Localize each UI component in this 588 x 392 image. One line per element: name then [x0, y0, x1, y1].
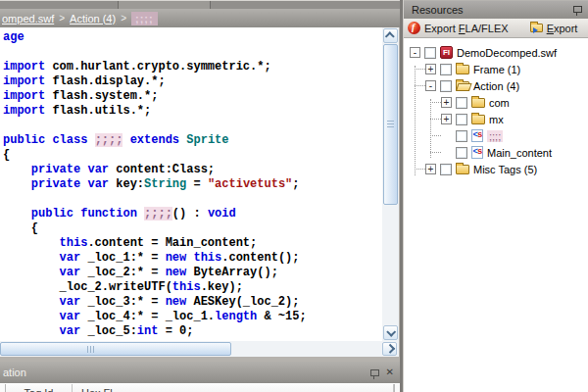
chevron-up-icon	[385, 31, 395, 41]
code-token: void	[208, 207, 236, 220]
close-icon[interactable]: ✕	[386, 368, 394, 377]
code-horizontal-scrollbar[interactable]	[0, 341, 399, 357]
scroll-up-button[interactable]	[383, 28, 398, 43]
tree-checkbox[interactable]	[440, 64, 452, 75]
tree-item-frame[interactable]: +Frame (1)	[404, 61, 588, 77]
code-token: var	[60, 310, 81, 323]
code-editor[interactable]: age import com.hurlant.crypto.symmetric.…	[0, 27, 382, 341]
tree-label[interactable]: ;;;;	[487, 130, 503, 142]
code-token: key:	[109, 177, 144, 191]
tree-label[interactable]: Misc Tags (5)	[473, 164, 537, 175]
tree-checkbox[interactable]	[456, 130, 467, 142]
code-token	[3, 177, 31, 191]
expand-icon[interactable]: +	[425, 164, 436, 174]
tab-strip	[0, 0, 400, 9]
code-line: private var content:Class;	[3, 163, 382, 177]
tree-checkbox[interactable]	[456, 114, 467, 125]
tree-item-com[interactable]: +com	[404, 94, 588, 111]
collapse-icon[interactable]: -	[410, 47, 420, 58]
tree-checkbox[interactable]	[440, 80, 452, 92]
code-token	[137, 207, 144, 220]
code-token: ByteArray();	[186, 266, 278, 279]
grid-column-header-tag-id[interactable]: Tag Id	[6, 384, 73, 392]
scroll-right-button[interactable]	[382, 342, 397, 356]
tree-item-demodecomped-swf[interactable]: -FlDemoDecomped.swf	[404, 44, 588, 61]
code-token: AESKey(_loc_2);	[186, 295, 299, 309]
grid-header-row: Tag Id Hex Fl	[5, 384, 395, 392]
code-token: int	[137, 324, 159, 338]
tree-item-obfuscated-class[interactable]: <s;;;;	[404, 127, 588, 144]
code-line: var _loc_4:* = _loc_1.length & ~15;	[3, 310, 382, 324]
tree-item-misc-tags[interactable]: +Misc Tags (5)	[404, 161, 588, 177]
code-token: {	[3, 221, 38, 235]
expand-icon[interactable]: +	[441, 97, 452, 108]
code-token: public	[3, 133, 45, 147]
code-line: this.content = Main_content;	[3, 236, 382, 251]
code-token: var	[87, 177, 109, 191]
tree-label[interactable]: Action (4)	[473, 80, 519, 92]
tree-label[interactable]: DemoDecomped.swf	[457, 47, 557, 59]
scroll-down-button[interactable]	[383, 325, 398, 340]
tree-item-action[interactable]: -Action (4)	[404, 77, 588, 94]
code-token: Sprite	[186, 133, 228, 147]
tree-guide-line	[430, 99, 431, 158]
code-token: _loc_4:* = _loc_1.	[80, 310, 215, 323]
tree-checkbox[interactable]	[440, 164, 452, 175]
tree-item-mx[interactable]: +mx	[404, 111, 588, 127]
code-token: var	[60, 266, 81, 279]
grid-column-header-hex[interactable]: Hex Fl	[73, 384, 394, 392]
bottom-panel-header: ation ✕	[0, 362, 400, 383]
tree-item-main-content[interactable]: <sMain_content	[404, 144, 588, 161]
collapse-icon[interactable]: -	[425, 80, 436, 91]
code-vertical-scrollbar[interactable]	[382, 27, 399, 341]
code-token: .content();	[221, 251, 299, 265]
tree-checkbox[interactable]	[456, 147, 467, 159]
resources-panel-header: Resources	[404, 0, 588, 19]
code-line: import com.hurlant.crypto.symmetric.*;	[3, 60, 382, 74]
export-fla-flex-button[interactable]: Export FLA/FLEX	[408, 22, 509, 34]
code-token: this	[193, 251, 221, 265]
tree-label[interactable]: Frame (1)	[473, 64, 520, 75]
tree-guide-line	[415, 66, 416, 175]
code-token: _loc_3:* =	[80, 295, 165, 309]
code-token: class	[52, 133, 87, 147]
code-token: var	[60, 295, 81, 309]
tab-bottom-edge	[119, 1, 210, 9]
code-token: age	[3, 30, 24, 44]
pin-icon[interactable]	[573, 6, 582, 13]
pin-icon[interactable]	[370, 369, 379, 376]
obfuscated-identifier: ;;;;	[144, 207, 172, 220]
horizontal-scroll-thumb[interactable]	[0, 342, 231, 356]
code-token	[3, 207, 31, 220]
flash-document-icon: Fl	[440, 46, 453, 59]
expand-icon[interactable]: +	[425, 64, 436, 74]
code-line	[3, 119, 382, 133]
resources-panel: Resources Export FLA/FLEX Export -FlDemo…	[404, 0, 588, 392]
code-token: this	[60, 236, 88, 250]
chevron-right-icon	[385, 343, 395, 353]
tree-checkbox[interactable]	[456, 97, 467, 109]
code-token: import	[3, 104, 45, 118]
folder-open-icon	[456, 81, 469, 91]
code-line: var _loc_2:* = new ByteArray();	[3, 266, 382, 280]
resources-tree: -FlDemoDecomped.swf+Frame (1)-Action (4)…	[404, 38, 588, 392]
tree-label[interactable]: com	[489, 97, 510, 109]
code-token: & ~15;	[257, 310, 306, 323]
code-line: var _loc_1:* = new this.content();	[3, 251, 382, 266]
breadcrumb-section-link[interactable]: Action (4)	[70, 13, 116, 24]
tree-label[interactable]: Main_content	[487, 147, 552, 159]
tree-checkbox[interactable]	[424, 47, 436, 59]
code-token	[3, 163, 31, 176]
code-line: var _loc_5:int = 0;	[3, 324, 382, 339]
breadcrumb-file-link[interactable]: omped.swf	[2, 13, 54, 24]
expand-icon[interactable]: +	[441, 114, 452, 124]
code-token: public	[31, 207, 74, 220]
code-token	[3, 266, 60, 279]
code-line: public class ;;;; extends Sprite	[3, 133, 382, 148]
code-token	[3, 310, 60, 323]
code-token: flash.utils.*;	[45, 104, 151, 118]
export-button[interactable]: Export	[530, 23, 578, 34]
vertical-scroll-thumb[interactable]	[383, 44, 398, 205]
code-token	[3, 324, 60, 338]
tree-label[interactable]: mx	[489, 114, 504, 125]
